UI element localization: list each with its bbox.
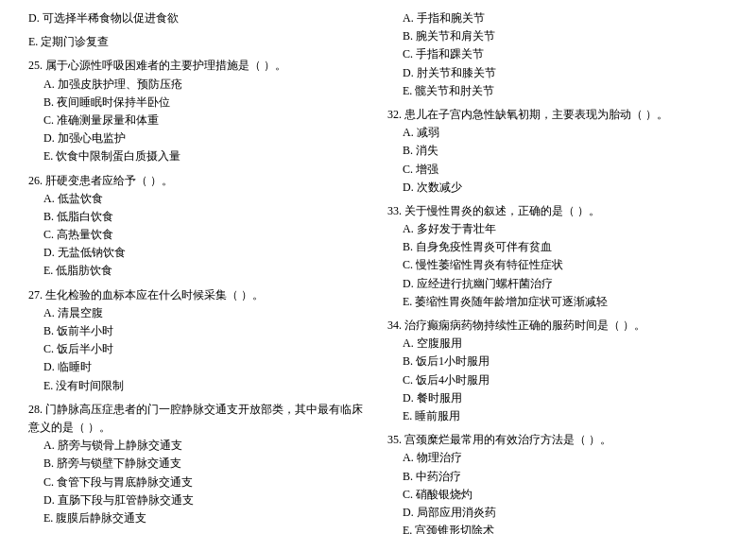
option-item: A. 减弱 xyxy=(387,124,728,142)
question-block: 27. 生化检验的血标本应在什么时候采集（ ）。A. 清晨空腹B. 饭前半小时C… xyxy=(28,286,369,395)
option-item: C. 慢性萎缩性胃炎有特征性症状 xyxy=(387,256,728,274)
option-item: A. 手指和腕关节 xyxy=(387,9,728,27)
option-item: C. 硝酸银烧灼 xyxy=(387,486,728,504)
option-item: B. 饭后1小时服用 xyxy=(387,353,728,370)
option-item: D. 直肠下段与肛管静脉交通支 xyxy=(28,491,369,509)
option-item: B. 腕关节和肩关节 xyxy=(387,27,728,45)
option-item: B. 脐旁与锁壁下静脉交通支 xyxy=(28,455,369,473)
option-item: A. 脐旁与锁骨上静脉交通支 xyxy=(28,437,369,455)
option-item: D. 肘关节和膝关节 xyxy=(387,64,728,82)
option-item: D. 应经进行抗幽门螺杆菌治疗 xyxy=(387,275,728,293)
question-block: 35. 宫颈糜烂最常用的有效治疗方法是（ ）。A. 物理治疗B. 中药治疗C. … xyxy=(387,431,728,534)
question-title: 34. 治疗癫痫病药物持续性正确的服药时间是（ ）。 xyxy=(387,317,728,335)
option-item: B. 饭前半小时 xyxy=(28,322,369,340)
option-item: B. 自身免疫性胃炎可伴有贫血 xyxy=(387,238,728,256)
question-block: 26. 肝硬变患者应给予（ ）。A. 低盐饮食B. 低脂白饮食C. 高热量饮食D… xyxy=(28,172,369,281)
question-block: 34. 治疗癫痫病药物持续性正确的服药时间是（ ）。A. 空腹服用B. 饭后1小… xyxy=(387,317,728,425)
option-item: E. 没有时间限制 xyxy=(28,377,369,395)
option-item: C. 食管下段与胃底静脉交通支 xyxy=(28,474,369,491)
option-item: E. 萎缩性胃炎随年龄增加症状可逐渐减轻 xyxy=(387,293,728,311)
right-column: A. 手指和腕关节B. 腕关节和肩关节C. 手指和踝关节D. 肘关节和膝关节E.… xyxy=(387,9,728,534)
option-item: C. 饭后4小时服用 xyxy=(387,371,728,389)
option-item: A. 物理治疗 xyxy=(387,449,728,467)
option-item: E. 宫颈锥形切除术 xyxy=(387,522,728,534)
question-title: 28. 门静脉高压症患者的门一腔静脉交通支开放部类，其中最有临床意义的是（ ）。 xyxy=(28,401,369,437)
question-block: 25. 属于心源性呼吸困难者的主要护理措施是（ ）。A. 加强皮肤护理、预防压疮… xyxy=(28,57,369,165)
option-item: D. 餐时服用 xyxy=(387,389,728,407)
option-item: B. 消失 xyxy=(387,142,728,160)
question-block: 33. 关于慢性胃炎的叙述，正确的是（ ）。A. 多好发于青壮年B. 自身免疫性… xyxy=(387,202,728,311)
option-item: B. 低脂白饮食 xyxy=(28,208,369,226)
option-item: A. 空腹服用 xyxy=(387,335,728,353)
option-item: B. 夜间睡眠时保持半卧位 xyxy=(28,94,369,112)
option-item: C. 增强 xyxy=(387,161,728,179)
option-item: A. 低盐饮食 xyxy=(28,190,369,208)
option-item: E. 低脂肪饮食 xyxy=(28,262,369,280)
question-title: 35. 宫颈糜烂最常用的有效治疗方法是（ ）。 xyxy=(387,431,728,449)
option-item: D. 次数减少 xyxy=(387,179,728,197)
question-title: 25. 属于心源性呼吸困难者的主要护理措施是（ ）。 xyxy=(28,57,369,75)
option-item: A. 加强皮肤护理、预防压疮 xyxy=(28,76,369,94)
question-block: 28. 门静脉高压症患者的门一腔静脉交通支开放部类，其中最有临床意义的是（ ）。… xyxy=(28,401,369,527)
option-item: C. 手指和踝关节 xyxy=(387,45,728,63)
option-item: D. 临睡时 xyxy=(28,358,369,376)
page-content: D. 可选择半稀食物以促进食欲E. 定期门诊复查25. 属于心源性呼吸困难者的主… xyxy=(28,9,728,534)
question-block: A. 手指和腕关节B. 腕关节和肩关节C. 手指和踝关节D. 肘关节和膝关节E.… xyxy=(387,9,728,100)
option-item: D. 无盐低钠饮食 xyxy=(28,244,369,262)
option-item: A. 清晨空腹 xyxy=(28,304,369,322)
option-item: E. 饮食中限制蛋白质摄入量 xyxy=(28,147,369,165)
question-title: 32. 患儿在子宫内急性缺氧初期，主要表现为胎动（ ）。 xyxy=(387,106,728,124)
option-item: E. 腹膜后静脉交通支 xyxy=(28,509,369,527)
option-item: C. 高热量饮食 xyxy=(28,226,369,244)
option-item: D. 局部应用消炎药 xyxy=(387,504,728,522)
question-title: 33. 关于慢性胃炎的叙述，正确的是（ ）。 xyxy=(387,202,728,220)
question-block: D. 可选择半稀食物以促进食欲 xyxy=(28,9,369,27)
option-item: E. 睡前服用 xyxy=(387,407,728,425)
option-item: A. 多好发于青壮年 xyxy=(387,220,728,238)
two-columns: D. 可选择半稀食物以促进食欲E. 定期门诊复查25. 属于心源性呼吸困难者的主… xyxy=(28,9,728,534)
question-block: E. 定期门诊复查 xyxy=(28,33,369,51)
question-title: 26. 肝硬变患者应给予（ ）。 xyxy=(28,172,369,190)
question-block: 32. 患儿在子宫内急性缺氧初期，主要表现为胎动（ ）。A. 减弱B. 消失C.… xyxy=(387,106,728,197)
option-item: B. 中药治疗 xyxy=(387,468,728,486)
question-title: D. 可选择半稀食物以促进食欲 xyxy=(28,9,369,27)
option-item: C. 饭后半小时 xyxy=(28,340,369,358)
option-item: C. 准确测量尿量和体重 xyxy=(28,112,369,129)
question-title: 27. 生化检验的血标本应在什么时候采集（ ）。 xyxy=(28,286,369,304)
question-title: E. 定期门诊复查 xyxy=(28,33,369,51)
option-item: E. 髋关节和肘关节 xyxy=(387,82,728,100)
left-column: D. 可选择半稀食物以促进食欲E. 定期门诊复查25. 属于心源性呼吸困难者的主… xyxy=(28,9,369,534)
option-item: D. 加强心电监护 xyxy=(28,129,369,147)
